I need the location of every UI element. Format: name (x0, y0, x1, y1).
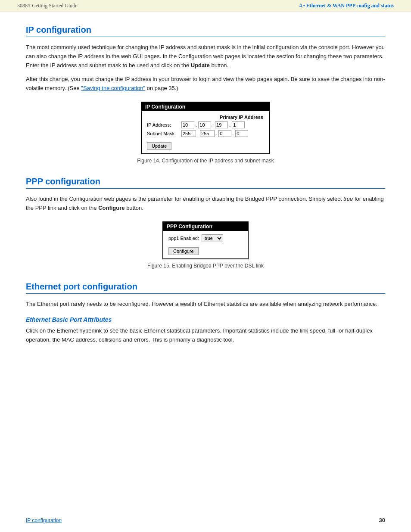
subnet-label: Subnet Mask: (147, 131, 181, 136)
ethernet-basic-para: Click on the Ethernet hyperlink to see t… (26, 327, 385, 345)
footer-link[interactable]: IP configuration (26, 517, 62, 523)
header-left: 3088/I Getting Started Guide (17, 3, 78, 9)
ip-address-fields: . . . (181, 121, 245, 128)
ip-field-1[interactable] (181, 121, 194, 128)
ppp-config-widget: PPP Configuration ppp1 Enabled: true fal… (162, 221, 249, 259)
ip-field-3[interactable] (215, 121, 228, 128)
ppp-config-heading: PPP configuration (26, 177, 385, 189)
ip-config-widget: IP Configuration Primary IP Address IP A… (141, 102, 270, 154)
ppp-widget-title: PPP Configuration (163, 222, 248, 231)
ip-widget-content: Primary IP Address IP Address: . . . (142, 111, 269, 153)
subnet-field-2[interactable] (200, 130, 215, 137)
ppp-enabled-row: ppp1 Enabled: true false (168, 234, 243, 242)
ip-config-figure: IP Configuration Primary IP Address IP A… (26, 102, 385, 164)
ip-config-heading: IP configuration (26, 25, 385, 37)
main-content: IP configuration The most commonly used … (0, 12, 411, 376)
ip-field-4[interactable] (232, 121, 245, 128)
subnet-field-1[interactable] (181, 130, 196, 137)
ip-config-para1: The most commonly used technique for cha… (26, 43, 385, 70)
ip-address-label: IP Address: (147, 122, 181, 128)
ethernet-config-para: The Ethernet port rarely needs to be rec… (26, 300, 385, 309)
footer-page-number: 30 (379, 517, 385, 523)
ppp-config-para: Also found in the Configuration web page… (26, 195, 385, 213)
ppp-figure-caption: Figure 15. Enabling Bridged PPP over the… (147, 263, 264, 269)
subnet-field-4[interactable] (235, 130, 248, 137)
page-header: 3088/I Getting Started Guide 4 • Etherne… (0, 0, 411, 12)
ip-config-para2: After this change, you must change the I… (26, 75, 385, 93)
ethernet-basic-subheading: Ethernet Basic Port Attributes (26, 316, 385, 323)
ip-field-2[interactable] (198, 121, 211, 128)
ip-figure-caption: Figure 14. Configuration of the IP addre… (137, 158, 274, 164)
ip-widget-title: IP Configuration (142, 103, 269, 111)
subnet-fields: . . . (181, 130, 248, 137)
saving-config-link[interactable]: "Saving the configuration" (81, 85, 145, 91)
header-right: 4 • Ethernet & WAN PPP config and status (299, 3, 394, 9)
ppp-widget-content: ppp1 Enabled: true false Configure (163, 231, 248, 258)
update-button[interactable]: Update (147, 142, 171, 150)
configure-button[interactable]: Configure (168, 247, 199, 255)
ppp-enabled-select[interactable]: true false (202, 234, 223, 242)
ppp-config-figure: PPP Configuration ppp1 Enabled: true fal… (26, 221, 385, 269)
ppp-label: ppp1 Enabled: (168, 236, 199, 241)
ip-col-header: Primary IP Address (147, 115, 264, 121)
subnet-mask-row: Subnet Mask: . . . (147, 130, 264, 137)
page-footer: IP configuration 30 (0, 517, 411, 523)
subnet-field-3[interactable] (218, 130, 231, 137)
ip-address-row: IP Address: . . . (147, 121, 264, 128)
ip-config-grid: Primary IP Address IP Address: . . . (147, 115, 264, 150)
ethernet-config-heading: Ethernet port configuration (26, 282, 385, 294)
